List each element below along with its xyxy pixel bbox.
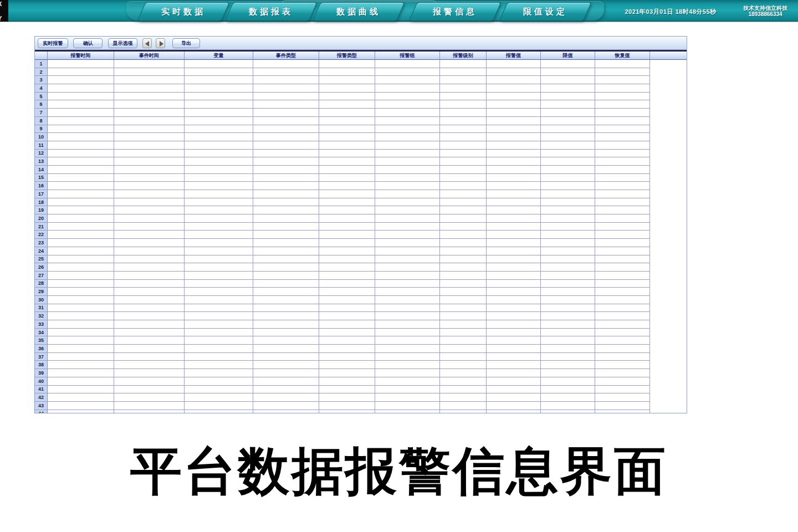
data-cell[interactable] (541, 336, 595, 345)
data-cell[interactable] (541, 353, 595, 361)
data-cell[interactable] (114, 223, 185, 231)
data-cell[interactable] (185, 296, 253, 304)
data-cell[interactable] (48, 369, 114, 377)
row-number-cell[interactable]: 41 (35, 386, 48, 394)
data-cell[interactable] (375, 239, 440, 247)
data-cell[interactable] (319, 157, 375, 166)
data-cell[interactable] (541, 100, 595, 109)
data-cell[interactable] (595, 320, 650, 329)
data-cell[interactable] (541, 117, 595, 125)
data-cell[interactable] (114, 402, 185, 410)
data-cell[interactable] (440, 312, 487, 320)
data-cell[interactable] (185, 166, 253, 174)
data-cell[interactable] (319, 336, 375, 345)
data-cell[interactable] (541, 231, 595, 239)
data-cell[interactable] (595, 345, 650, 353)
data-cell[interactable] (440, 157, 487, 166)
data-cell[interactable] (487, 296, 541, 304)
data-cell[interactable] (185, 402, 253, 410)
row-number-cell[interactable]: 10 (35, 133, 48, 141)
data-cell[interactable] (185, 320, 253, 329)
data-cell[interactable] (253, 133, 319, 141)
data-cell[interactable] (541, 402, 595, 410)
data-cell[interactable] (440, 393, 487, 402)
data-cell[interactable] (375, 93, 440, 101)
data-cell[interactable] (48, 93, 114, 101)
data-cell[interactable] (319, 320, 375, 329)
data-cell[interactable] (440, 272, 487, 280)
data-cell[interactable] (595, 329, 650, 337)
data-cell[interactable] (114, 174, 185, 182)
data-cell[interactable] (440, 336, 487, 345)
data-cell[interactable] (541, 255, 595, 264)
data-cell[interactable] (185, 190, 253, 198)
data-cell[interactable] (114, 296, 185, 304)
data-cell[interactable] (595, 288, 650, 296)
data-cell[interactable] (440, 369, 487, 377)
data-cell[interactable] (487, 125, 541, 134)
data-cell[interactable] (595, 68, 650, 76)
row-number-cell[interactable]: 39 (35, 369, 48, 377)
data-cell[interactable] (487, 263, 541, 272)
data-cell[interactable] (487, 386, 541, 394)
row-number-cell[interactable]: 36 (35, 345, 48, 353)
data-cell[interactable] (185, 386, 253, 394)
data-cell[interactable] (375, 214, 440, 223)
data-cell[interactable] (253, 255, 319, 264)
data-cell[interactable] (487, 377, 541, 386)
data-cell[interactable] (253, 223, 319, 231)
data-cell[interactable] (541, 84, 595, 93)
data-cell[interactable] (440, 263, 487, 272)
data-cell[interactable] (487, 231, 541, 239)
row-number-cell[interactable]: 4 (35, 84, 48, 93)
row-number-cell[interactable]: 15 (35, 174, 48, 182)
data-cell[interactable] (48, 263, 114, 272)
row-number-cell[interactable]: 44 (35, 410, 48, 413)
data-cell[interactable] (185, 361, 253, 369)
data-cell[interactable] (440, 109, 487, 117)
data-cell[interactable] (487, 272, 541, 280)
data-cell[interactable] (595, 182, 650, 190)
data-cell[interactable] (253, 76, 319, 84)
data-cell[interactable] (185, 410, 253, 413)
row-number-cell[interactable]: 24 (35, 247, 48, 255)
data-cell[interactable] (319, 60, 375, 68)
data-cell[interactable] (319, 369, 375, 377)
data-cell[interactable] (253, 125, 319, 134)
data-cell[interactable] (114, 93, 185, 101)
data-cell[interactable] (319, 166, 375, 174)
data-cell[interactable] (541, 329, 595, 337)
data-cell[interactable] (253, 190, 319, 198)
data-cell[interactable] (440, 214, 487, 223)
data-cell[interactable] (375, 320, 440, 329)
data-cell[interactable] (541, 410, 595, 413)
data-cell[interactable] (487, 280, 541, 288)
row-number-cell[interactable]: 30 (35, 296, 48, 304)
data-cell[interactable] (375, 329, 440, 337)
data-cell[interactable] (440, 150, 487, 158)
data-cell[interactable] (375, 133, 440, 141)
data-cell[interactable] (185, 263, 253, 272)
data-cell[interactable] (595, 125, 650, 134)
data-cell[interactable] (487, 68, 541, 76)
data-cell[interactable] (253, 100, 319, 109)
data-cell[interactable] (375, 361, 440, 369)
data-cell[interactable] (440, 190, 487, 198)
data-cell[interactable] (440, 84, 487, 93)
data-cell[interactable] (375, 68, 440, 76)
data-cell[interactable] (440, 288, 487, 296)
data-cell[interactable] (375, 206, 440, 214)
data-cell[interactable] (541, 206, 595, 214)
data-cell[interactable] (253, 402, 319, 410)
data-cell[interactable] (440, 353, 487, 361)
data-cell[interactable] (319, 125, 375, 134)
data-cell[interactable] (541, 190, 595, 198)
data-cell[interactable] (375, 198, 440, 207)
data-cell[interactable] (319, 393, 375, 402)
data-cell[interactable] (185, 239, 253, 247)
data-cell[interactable] (541, 174, 595, 182)
data-cell[interactable] (114, 60, 185, 68)
data-cell[interactable] (185, 100, 253, 109)
data-cell[interactable] (48, 150, 114, 158)
data-cell[interactable] (48, 198, 114, 207)
